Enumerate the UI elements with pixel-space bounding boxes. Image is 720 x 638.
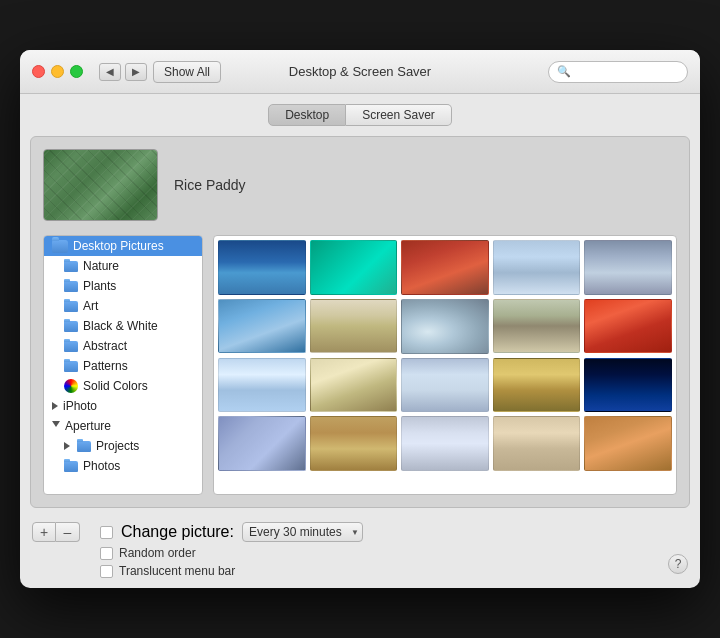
wallpaper-thumb-6[interactable]: [218, 299, 306, 354]
wallpaper-thumb-7[interactable]: [310, 299, 398, 354]
sidebar: Desktop Pictures Nature Plants Art Black…: [43, 235, 203, 495]
current-wallpaper-row: Rice Paddy: [43, 149, 677, 221]
translucent-menu-row: Translucent menu bar: [100, 564, 363, 578]
sidebar-label: Aperture: [65, 419, 111, 433]
sidebar-item-iphoto[interactable]: iPhoto: [44, 396, 202, 416]
help-button[interactable]: ?: [668, 554, 688, 574]
wallpaper-thumb-9[interactable]: [493, 299, 581, 354]
wallpaper-thumb-15[interactable]: [584, 358, 672, 413]
sidebar-label: Photos: [83, 459, 120, 473]
browser-area: Desktop Pictures Nature Plants Art Black…: [43, 235, 677, 495]
current-wallpaper-preview: [43, 149, 158, 221]
bottom-bar: + – Change picture: Every 30 minutes Eve…: [20, 518, 700, 588]
sidebar-item-solid-colors[interactable]: Solid Colors: [44, 376, 202, 396]
wallpaper-thumb-10[interactable]: [584, 299, 672, 354]
options-area: Change picture: Every 30 minutes Every 5…: [100, 522, 363, 578]
window-title: Desktop & Screen Saver: [289, 64, 431, 79]
folder-icon: [64, 361, 78, 372]
tab-bar: Desktop Screen Saver: [20, 94, 700, 136]
sidebar-label: Art: [83, 299, 98, 313]
sidebar-label: Black & White: [83, 319, 158, 333]
desktop-screensaver-window: ◀ ▶ Show All Desktop & Screen Saver 🔍 De…: [20, 50, 700, 588]
traffic-lights: [32, 65, 83, 78]
folder-icon: [64, 341, 78, 352]
sidebar-label: Nature: [83, 259, 119, 273]
sidebar-item-black-white[interactable]: Black & White: [44, 316, 202, 336]
wallpaper-thumb-18[interactable]: [401, 416, 489, 471]
color-wheel-icon: [64, 379, 78, 393]
titlebar: ◀ ▶ Show All Desktop & Screen Saver 🔍: [20, 50, 700, 94]
sidebar-label: Desktop Pictures: [73, 239, 164, 253]
sidebar-label: Patterns: [83, 359, 128, 373]
forward-button[interactable]: ▶: [125, 63, 147, 81]
wallpaper-thumb-14[interactable]: [493, 358, 581, 413]
tab-desktop[interactable]: Desktop: [268, 104, 346, 126]
interval-select[interactable]: Every 30 minutes Every 5 seconds Every 1…: [242, 522, 363, 542]
wallpaper-image: [44, 150, 157, 220]
remove-button[interactable]: –: [56, 522, 80, 542]
wallpaper-thumb-3[interactable]: [401, 240, 489, 295]
random-order-checkbox[interactable]: [100, 547, 113, 560]
change-picture-checkbox[interactable]: [100, 526, 113, 539]
show-all-button[interactable]: Show All: [153, 61, 221, 83]
sidebar-item-abstract[interactable]: Abstract: [44, 336, 202, 356]
sidebar-label: Plants: [83, 279, 116, 293]
main-content: Rice Paddy Desktop Pictures Nature Plant…: [30, 136, 690, 508]
search-input[interactable]: [575, 65, 679, 79]
wallpaper-thumb-19[interactable]: [493, 416, 581, 471]
sidebar-item-art[interactable]: Art: [44, 296, 202, 316]
folder-icon: [64, 461, 78, 472]
sidebar-label: Solid Colors: [83, 379, 148, 393]
wallpaper-thumb-11[interactable]: [218, 358, 306, 413]
sidebar-item-photos[interactable]: Photos: [44, 456, 202, 476]
sidebar-label: iPhoto: [63, 399, 97, 413]
sidebar-label: Projects: [96, 439, 139, 453]
translucent-menu-checkbox[interactable]: [100, 565, 113, 578]
chevron-down-icon: [52, 421, 60, 431]
folder-icon: [64, 301, 78, 312]
wallpaper-thumb-13[interactable]: [401, 358, 489, 413]
sidebar-label: Abstract: [83, 339, 127, 353]
minimize-button[interactable]: [51, 65, 64, 78]
random-order-row: Random order: [100, 546, 363, 560]
tab-screen-saver[interactable]: Screen Saver: [346, 104, 452, 126]
folder-icon: [64, 261, 78, 272]
chevron-right-icon: [52, 402, 58, 410]
change-picture-label: Change picture:: [121, 523, 234, 541]
sidebar-item-projects[interactable]: Projects: [44, 436, 202, 456]
add-remove-controls: + –: [32, 522, 80, 542]
search-box[interactable]: 🔍: [548, 61, 688, 83]
interval-select-wrapper: Every 30 minutes Every 5 seconds Every 1…: [242, 522, 363, 542]
folder-icon: [52, 240, 68, 253]
wallpaper-thumb-17[interactable]: [310, 416, 398, 471]
wallpaper-thumb-8[interactable]: [401, 299, 489, 354]
sidebar-item-aperture[interactable]: Aperture: [44, 416, 202, 436]
wallpaper-thumb-4[interactable]: [493, 240, 581, 295]
sidebar-item-patterns[interactable]: Patterns: [44, 356, 202, 376]
translucent-menu-label: Translucent menu bar: [119, 564, 235, 578]
close-button[interactable]: [32, 65, 45, 78]
wallpaper-thumb-5[interactable]: [584, 240, 672, 295]
folder-icon: [64, 321, 78, 332]
add-button[interactable]: +: [32, 522, 56, 542]
chevron-right-icon: [64, 442, 70, 450]
random-order-label: Random order: [119, 546, 196, 560]
sidebar-item-nature[interactable]: Nature: [44, 256, 202, 276]
folder-icon: [77, 441, 91, 452]
maximize-button[interactable]: [70, 65, 83, 78]
wallpaper-grid: [213, 235, 677, 495]
sidebar-item-plants[interactable]: Plants: [44, 276, 202, 296]
back-button[interactable]: ◀: [99, 63, 121, 81]
wallpaper-thumb-12[interactable]: [310, 358, 398, 413]
sidebar-item-desktop-pictures[interactable]: Desktop Pictures: [44, 236, 202, 256]
wallpaper-thumb-1[interactable]: [218, 240, 306, 295]
folder-icon: [64, 281, 78, 292]
wallpaper-thumb-16[interactable]: [218, 416, 306, 471]
wallpaper-thumb-20[interactable]: [584, 416, 672, 471]
wallpaper-thumb-2[interactable]: [310, 240, 398, 295]
nav-buttons: ◀ ▶: [99, 63, 147, 81]
search-icon: 🔍: [557, 65, 571, 78]
current-wallpaper-name: Rice Paddy: [174, 177, 246, 193]
change-picture-row: Change picture: Every 30 minutes Every 5…: [100, 522, 363, 542]
